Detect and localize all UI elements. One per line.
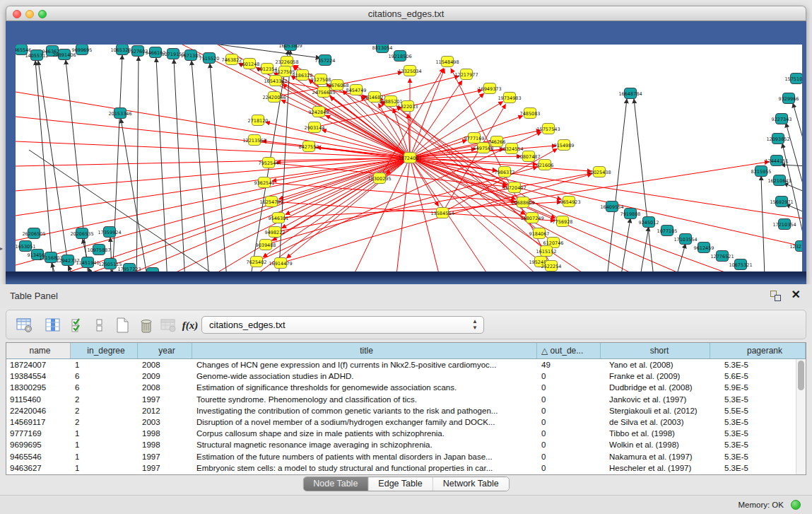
table-cell[interactable]: 0 xyxy=(537,416,601,428)
graph-node[interactable]: 15751074 xyxy=(784,74,802,84)
table-cell[interactable]: 0 xyxy=(537,405,601,416)
graph-node[interactable]: 16210643 xyxy=(767,175,791,186)
graph-node[interactable]: 8215955 xyxy=(751,166,772,177)
table-cell[interactable]: 2009 xyxy=(138,370,192,382)
graph-node[interactable]: 19218506 xyxy=(388,51,411,62)
graph-node[interactable]: 10675321 xyxy=(729,259,752,270)
column-header-0[interactable]: name xyxy=(6,343,71,358)
table-row[interactable]: 2242004622012Investigating the contribut… xyxy=(6,405,796,416)
graph-node[interactable]: 16949373 xyxy=(478,83,501,94)
table-cell[interactable]: Embryonic stem cells: a model to study s… xyxy=(192,462,537,474)
table-scrollbar[interactable] xyxy=(796,359,806,474)
graph-node[interactable]: 19734983 xyxy=(498,93,521,103)
citation-network-graph[interactable]: 1872400774638229601248891235423226058912… xyxy=(16,45,802,293)
table-cell[interactable]: Wolkin et al. (1998) xyxy=(601,439,710,450)
graph-node[interactable]: 9245012 xyxy=(639,217,659,228)
table-cell[interactable]: 1 xyxy=(71,462,138,474)
table-cell[interactable]: 9699695 xyxy=(6,439,71,450)
table-cell[interactable]: 0 xyxy=(537,370,601,382)
graph-node[interactable]: 8813054 xyxy=(372,45,393,53)
table-cell[interactable]: de Silva et al. (2003) xyxy=(601,416,710,428)
graph-node[interactable]: 621606 xyxy=(536,160,554,170)
graph-node[interactable]: 12776521 xyxy=(710,251,734,262)
graph-node[interactable]: 13325034 xyxy=(398,66,421,76)
graph-node[interactable]: 23226058 xyxy=(275,57,298,67)
graph-node[interactable]: 17359924 xyxy=(98,227,121,238)
table-cell[interactable]: 2 xyxy=(71,405,138,416)
table-cell[interactable]: 6 xyxy=(71,382,138,393)
function-builder-button[interactable]: f(x) xyxy=(180,315,200,335)
table-cell[interactable]: Changes of HCN gene expression and I(f) … xyxy=(192,359,537,370)
graph-node[interactable]: 7625402 xyxy=(247,257,267,267)
table-cell[interactable]: 2 xyxy=(71,394,138,405)
table-cell[interactable]: 2012 xyxy=(138,405,192,416)
table-cell[interactable]: Jankovic et al. (1997) xyxy=(601,394,710,405)
table-cell[interactable]: 18724007 xyxy=(6,359,71,370)
table-cell[interactable]: 5.5E-5 xyxy=(710,405,796,416)
graph-node[interactable]: 12213563 xyxy=(242,135,266,146)
table-cell[interactable]: 2 xyxy=(71,416,138,428)
network-canvas[interactable]: 1872400774638229601248891235423226058912… xyxy=(16,45,802,293)
table-cell[interactable]: 5.3E-5 xyxy=(710,394,796,405)
table-row[interactable]: 977716911998Corpus callosum shape and si… xyxy=(6,428,796,439)
graph-node[interactable]: 8427552 xyxy=(299,141,319,152)
table-cell[interactable]: Tourette syndrome. Phenomenology and cla… xyxy=(192,394,537,405)
graph-node[interactable]: 16914479 xyxy=(269,258,292,269)
table-row[interactable]: 1830029562008Estimation of significance … xyxy=(6,382,796,393)
column-header-6[interactable]: pagerank xyxy=(710,343,806,358)
table-cell[interactable]: Yano et al. (2008) xyxy=(601,359,710,370)
graph-node[interactable]: 12093852 xyxy=(766,134,789,144)
graph-node[interactable]: 11548498 xyxy=(435,57,459,67)
table-cell[interactable]: 9777169 xyxy=(6,428,71,439)
table-cell[interactable]: 1997 xyxy=(138,451,192,462)
table-cell[interactable]: 49 xyxy=(537,359,601,370)
graph-node[interactable]: 10025438 xyxy=(587,167,611,177)
graph-node[interactable]: 26324554 xyxy=(500,144,523,154)
graph-node[interactable]: 16409554 xyxy=(600,201,623,212)
table-cell[interactable]: 1 xyxy=(71,428,138,439)
column-checkboxes-button[interactable] xyxy=(69,315,88,335)
graph-node[interactable]: 20206535 xyxy=(70,228,93,239)
graph-node[interactable]: 15692971 xyxy=(770,197,793,207)
graph-node[interactable]: 9546301 xyxy=(269,213,289,223)
table-cell[interactable]: 9465546 xyxy=(6,451,71,462)
table-row[interactable]: 1938455462009Genome-wide association stu… xyxy=(6,370,796,382)
column-header-2[interactable]: year xyxy=(138,343,192,358)
table-cell[interactable]: 0 xyxy=(537,462,601,474)
graph-node[interactable]: 1077105 xyxy=(657,226,678,236)
table-row[interactable]: 1872400712008Changes of HCN gene express… xyxy=(6,359,796,370)
table-cell[interactable]: 5.3E-5 xyxy=(710,462,796,474)
table-cell[interactable]: 9463627 xyxy=(6,462,71,474)
table-cell[interactable]: 0 xyxy=(537,428,601,439)
table-cell[interactable]: Stergiakouli et al. (2012) xyxy=(601,405,710,416)
float-panel-icon[interactable] xyxy=(770,291,781,301)
table-cell[interactable]: 18300295 xyxy=(6,382,71,393)
table-row[interactable]: 969969511998Structural magnetic resonanc… xyxy=(6,439,796,450)
scrollbar-thumb[interactable] xyxy=(798,361,804,390)
delete-column-button[interactable] xyxy=(136,315,156,335)
graph-node[interactable]: 7756928 xyxy=(553,216,573,227)
table-cell[interactable]: 1 xyxy=(71,359,138,370)
table-cell[interactable]: 0 xyxy=(537,439,601,450)
table-cell[interactable]: 1 xyxy=(71,439,138,450)
table-cell[interactable]: Tibbo et al. (1998) xyxy=(601,428,710,439)
table-cell[interactable]: 0 xyxy=(537,394,601,405)
table-cell[interactable]: 19384554 xyxy=(6,370,71,382)
graph-node[interactable]: 26206505 xyxy=(22,228,45,239)
table-cell[interactable]: 1997 xyxy=(138,394,192,405)
table-cell[interactable]: 1998 xyxy=(138,428,192,439)
table-row[interactable]: 1456911722003Disruption of a novel membe… xyxy=(6,416,796,428)
table-mode-button[interactable] xyxy=(15,315,35,335)
graph-node[interactable]: 17103554 xyxy=(673,234,697,245)
table-cell[interactable]: 2008 xyxy=(138,382,192,393)
table-cell[interactable]: Corpus callosum shape and size in male p… xyxy=(192,428,537,439)
table-cell[interactable]: 6 xyxy=(71,370,138,382)
table-cell[interactable]: Franke et al. (2009) xyxy=(601,370,710,382)
graph-node[interactable]: 9329966 xyxy=(779,93,799,104)
graph-node[interactable]: 12217977 xyxy=(454,69,478,80)
table-cell[interactable]: 22420046 xyxy=(6,405,71,416)
graph-node[interactable]: 12321456 xyxy=(789,241,802,252)
column-header-1[interactable]: in_degree xyxy=(71,343,138,358)
table-cell[interactable]: 9115460 xyxy=(6,394,71,405)
table-cell[interactable]: 1998 xyxy=(138,439,192,450)
